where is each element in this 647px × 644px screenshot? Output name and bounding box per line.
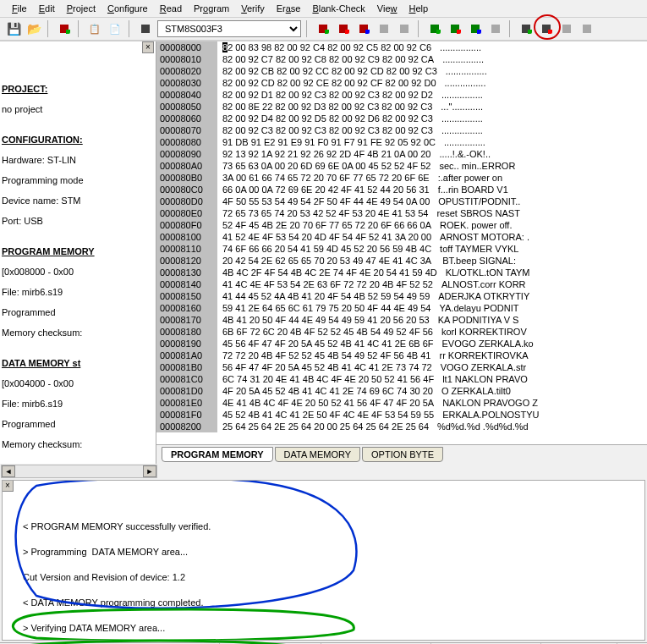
hex-bytes[interactable]: 82 00 83 98 82 00 92 C4 82 00 92 C5 82 0… — [217, 41, 436, 53]
menu-edit[interactable]: Edit — [34, 2, 60, 15]
hex-row[interactable]: 000081B056 4F 47 4F 20 5A 45 52 4B 41 4C… — [156, 361, 647, 373]
hex-bytes[interactable]: 91 DB 91 E2 91 E9 91 F0 91 F7 91 FE 92 0… — [217, 136, 441, 148]
hex-row[interactable]: 0000816059 41 2E 64 65 6C 61 79 75 20 50… — [156, 302, 647, 314]
menu-help[interactable]: Help — [403, 2, 433, 15]
hex-bytes[interactable]: 82 00 92 D1 82 00 92 C3 82 00 92 C3 82 0… — [217, 89, 438, 101]
hex-row[interactable]: 000080A073 65 63 0A 00 20 6D 69 6E 0A 00… — [156, 160, 647, 172]
paste-button[interactable]: 📄 — [107, 20, 123, 37]
chip-cur-read[interactable] — [518, 20, 535, 37]
hex-row[interactable]: 000081D04F 20 5A 45 52 4B 41 4C 41 2E 74… — [156, 385, 647, 397]
menu-project[interactable]: Project — [62, 2, 101, 15]
hex-bytes[interactable]: 3A 00 61 66 74 65 72 20 70 6F 77 65 72 2… — [217, 172, 435, 184]
hex-bytes[interactable]: 72 65 73 65 74 20 53 42 52 4F 53 20 4E 4… — [217, 207, 433, 219]
hex-row[interactable]: 0000804082 00 92 D1 82 00 92 C3 82 00 92… — [156, 89, 647, 101]
hex-viewer[interactable]: 0000800082 00 83 98 82 00 92 C4 82 00 92… — [156, 41, 647, 464]
sidebar-scroll[interactable]: ◄► — [1, 465, 157, 478]
hex-row[interactable]: 0000809092 13 92 1A 92 21 92 26 92 2D 4F… — [156, 148, 647, 160]
tab-option-byte[interactable]: OPTION BYTE — [362, 447, 443, 462]
hex-row[interactable]: 000081C06C 74 31 20 4E 41 4B 4C 4F 4E 20… — [156, 373, 647, 385]
menu-view[interactable]: View — [372, 2, 403, 15]
chip-all-read[interactable] — [315, 20, 332, 37]
hex-row[interactable]: 0000812020 42 54 2E 62 65 65 70 20 53 49… — [156, 255, 647, 267]
hex-bytes[interactable]: 4B 4C 2F 4F 54 4B 4C 2E 74 4F 4E 20 54 4… — [217, 267, 442, 278]
menu-erase[interactable]: Erase — [271, 2, 306, 15]
hex-row[interactable]: 0000807082 00 92 C3 82 00 92 C3 82 00 92… — [156, 124, 647, 136]
hex-bytes[interactable]: 66 0A 00 0A 72 69 6E 20 42 4F 41 52 44 2… — [217, 184, 435, 195]
hex-bytes[interactable]: 59 41 2E 64 65 6C 61 79 75 20 50 4F 44 4… — [217, 302, 436, 314]
tab-data-memory[interactable]: DATA MEMORY — [275, 447, 360, 462]
sidebar-close[interactable]: × — [142, 41, 154, 53]
hex-bytes[interactable]: 41 4C 4E 4F 53 54 2E 63 6F 72 72 20 4B 4… — [217, 278, 438, 290]
hex-bytes[interactable]: 41 44 45 52 4A 4B 41 20 4F 54 4B 52 59 5… — [217, 290, 435, 302]
hex-bytes[interactable]: 45 52 4B 41 4C 41 2E 50 4F 4C 4E 4F 53 5… — [217, 409, 439, 421]
hex-row[interactable]: 0000811074 6F 66 66 20 54 41 59 4D 45 52… — [156, 243, 647, 255]
hex-row[interactable]: 0000800082 00 83 98 82 00 92 C4 82 00 92… — [156, 41, 647, 53]
hex-bytes[interactable]: 52 4F 45 4B 2E 20 70 6F 77 65 72 20 6F 6… — [217, 219, 436, 231]
chip-cur-prog[interactable] — [538, 20, 555, 37]
hex-row[interactable]: 000080F052 4F 45 4B 2E 20 70 6F 77 65 72… — [156, 219, 647, 231]
save-button[interactable]: 💾 — [5, 20, 22, 37]
hex-row[interactable]: 000081806B 6F 72 6C 20 4B 4F 52 52 45 4B… — [156, 326, 647, 338]
hex-bytes[interactable]: 74 6F 66 66 20 54 41 59 4D 45 52 20 56 5… — [217, 243, 436, 255]
hex-row[interactable]: 0000805082 00 8E 22 82 00 92 D3 82 00 92… — [156, 101, 647, 113]
hex-row[interactable]: 0000801082 00 92 C7 82 00 92 C8 82 00 92… — [156, 53, 647, 65]
chip-all-verify[interactable] — [355, 20, 372, 37]
hex-row[interactable]: 0000803082 00 92 CD 82 00 92 CE 82 00 92… — [156, 77, 647, 89]
chip-button-1[interactable] — [56, 20, 73, 37]
hex-row[interactable]: 000081304B 4C 2F 4F 54 4B 4C 2E 74 4F 4E… — [156, 267, 647, 278]
hex-row[interactable]: 0000815041 44 45 52 4A 4B 41 20 4F 54 4B… — [156, 290, 647, 302]
hex-bytes[interactable]: 4E 41 4B 4C 4F 4E 20 50 52 41 56 4F 47 4… — [217, 397, 439, 409]
hex-row[interactable]: 0000814041 4C 4E 4F 53 54 2E 63 6F 72 72… — [156, 278, 647, 290]
menu-program[interactable]: Program — [189, 2, 234, 15]
hex-bytes[interactable]: 56 4F 47 4F 20 5A 45 52 4B 41 4C 41 2E 7… — [217, 361, 437, 373]
hex-bytes[interactable]: 41 52 4E 4F 53 54 20 4D 4F 54 4F 52 41 3… — [217, 231, 436, 243]
hex-row[interactable]: 000080C066 0A 00 0A 72 69 6E 20 42 4F 41… — [156, 184, 647, 195]
menu-verify[interactable]: Verify — [236, 2, 270, 15]
copy-button[interactable]: 📋 — [86, 20, 103, 37]
menu-read[interactable]: Read — [155, 2, 187, 15]
scroll-right[interactable]: ► — [143, 465, 156, 477]
hex-bytes[interactable]: 4F 50 55 53 54 49 54 2F 50 4F 44 4E 49 5… — [217, 195, 435, 207]
chip-all-prog[interactable] — [335, 20, 352, 37]
chip-pm-prog[interactable] — [447, 20, 463, 37]
tab-program-memory[interactable]: PROGRAM MEMORY — [162, 447, 273, 462]
hex-bytes[interactable]: 6B 6F 72 6C 20 4B 4F 52 52 45 4B 54 49 5… — [217, 326, 438, 338]
hex-bytes[interactable]: 6C 74 31 20 4E 41 4B 4C 4F 4E 20 50 52 4… — [217, 373, 439, 385]
hex-row[interactable]: 000081A072 72 20 4B 4F 52 52 45 4B 54 49… — [156, 350, 647, 361]
hex-row[interactable]: 0000819045 56 4F 47 4F 20 5A 45 52 4B 41… — [156, 338, 647, 350]
hex-bytes[interactable]: 20 42 54 2E 62 65 65 70 20 53 49 47 4E 4… — [217, 255, 436, 267]
menu-configure[interactable]: Configure — [102, 2, 153, 15]
hex-bytes[interactable]: 72 72 20 4B 4F 52 52 45 4B 54 49 52 4F 5… — [217, 350, 436, 361]
hex-bytes[interactable]: 82 00 8E 22 82 00 92 D3 82 00 92 C3 82 0… — [217, 101, 437, 113]
hex-row[interactable]: 000080E072 65 73 65 74 20 53 42 52 4F 53… — [156, 207, 647, 219]
hex-bytes[interactable]: 82 00 92 C3 82 00 92 C3 82 00 92 C3 82 0… — [217, 124, 438, 136]
hex-row[interactable]: 0000802082 00 92 CB 82 00 92 CC 82 00 92… — [156, 65, 647, 77]
hex-bytes[interactable]: 25 64 25 64 2E 25 64 20 00 25 64 25 64 2… — [217, 421, 434, 432]
open-button[interactable]: 📂 — [25, 20, 42, 37]
hex-bytes[interactable]: 4F 20 5A 45 52 4B 41 4C 41 2E 74 69 6C 7… — [217, 385, 438, 397]
menu-blank-check[interactable]: Blank-Check — [307, 2, 370, 15]
hex-bytes[interactable]: 82 00 92 CD 82 00 92 CE 82 00 92 CF 82 0… — [217, 77, 441, 89]
log-close[interactable]: × — [2, 480, 14, 492]
hex-row[interactable]: 0000810041 52 4E 4F 53 54 20 4D 4F 54 4F… — [156, 231, 647, 243]
hex-bytes[interactable]: 45 56 4F 47 4F 20 5A 45 52 4B 41 4C 41 2… — [217, 338, 439, 350]
hex-bytes[interactable]: 82 00 92 D4 82 00 92 D5 82 00 92 D6 82 0… — [217, 113, 438, 124]
hex-row[interactable]: 0000806082 00 92 D4 82 00 92 D5 82 00 92… — [156, 113, 647, 124]
chip-pm-verify[interactable] — [467, 20, 484, 37]
scroll-left[interactable]: ◄ — [2, 465, 15, 477]
hex-row[interactable]: 0000808091 DB 91 E2 91 E9 91 F0 91 F7 91… — [156, 136, 647, 148]
hex-row[interactable]: 000081E04E 41 4B 4C 4F 4E 20 50 52 41 56… — [156, 397, 647, 409]
chip-pm-read[interactable] — [426, 20, 443, 37]
device-select[interactable]: STM8S003F3 — [157, 20, 301, 37]
hex-row[interactable]: 000080D04F 50 55 53 54 49 54 2F 50 4F 44… — [156, 195, 647, 207]
hex-bytes[interactable]: 82 00 92 CB 82 00 92 CC 82 00 92 CD 82 0… — [217, 65, 442, 77]
hex-bytes[interactable]: 4B 41 20 50 4F 44 4E 49 54 49 59 41 20 5… — [217, 314, 435, 326]
hex-row[interactable]: 000081F045 52 4B 41 4C 41 2E 50 4F 4C 4E… — [156, 409, 647, 421]
hex-row[interactable]: 000080B03A 00 61 66 74 65 72 20 70 6F 77… — [156, 172, 647, 184]
hex-row[interactable]: 000081704B 41 20 50 4F 44 4E 49 54 49 59… — [156, 314, 647, 326]
hex-bytes[interactable]: 82 00 92 C7 82 00 92 C8 82 00 92 C9 82 0… — [217, 53, 439, 65]
hex-bytes[interactable]: 92 13 92 1A 92 21 92 26 92 2D 4F 4B 21 0… — [217, 148, 436, 160]
hex-row[interactable]: 0000820025 64 25 64 2E 25 64 20 00 25 64… — [156, 421, 647, 432]
hex-bytes[interactable]: 73 65 63 0A 00 20 6D 69 6E 0A 00 45 52 5… — [217, 160, 436, 172]
menu-file[interactable]: File — [7, 2, 32, 15]
